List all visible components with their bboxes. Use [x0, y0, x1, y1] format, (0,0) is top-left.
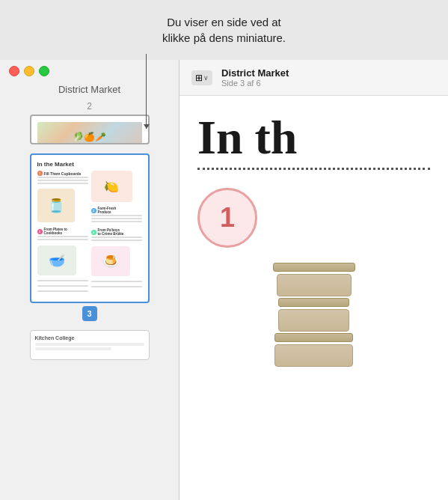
thumb-dessert-illus: 🍮 [91, 246, 130, 276]
section-number-circle: 1 [197, 188, 257, 248]
page-3-thumbnail[interactable]: In the Market 1 Fill Them Cupboards [22, 153, 157, 321]
thumb-section-4: 4 From Pa'boysto Crème Brûlée [91, 228, 142, 241]
page-content: In th 1 [179, 96, 448, 500]
document-title: District Market [221, 67, 289, 79]
page-2-card[interactable]: 🥬🍊🥕 [30, 115, 150, 144]
jar-body-2 [278, 309, 349, 332]
jar-illustration-area [197, 263, 430, 367]
fullscreen-button[interactable] [39, 66, 49, 76]
sidebar: District Market 2 🥬🍊🥕 In the Market [0, 60, 179, 500]
thumb-right-col: 🍋 2 Farm-FreshProduce [91, 171, 142, 292]
page-2-number: 2 [87, 101, 92, 112]
page-3-badge: 3 [82, 306, 97, 321]
tooltip-pointer-line [146, 54, 147, 129]
page-main-title: In th [197, 114, 430, 162]
traffic-lights [9, 66, 49, 76]
thumb-num-3: 3 [37, 229, 43, 234]
document-info: District Market Side 3 af 6 [221, 67, 289, 88]
tooltip-text: Du viser en side ved at klikke på dens m… [162, 14, 286, 46]
jar-lid-3 [274, 333, 353, 342]
jar-stack [273, 263, 355, 367]
view-switcher-button[interactable]: ⊞ ∨ [191, 70, 212, 85]
jar-lid-2 [278, 298, 349, 307]
jar-lid-1 [273, 263, 355, 272]
tooltip-callout: Du viser en side ved at klikke på dens m… [0, 0, 448, 60]
page-4-card[interactable]: Kitchen College [30, 330, 150, 360]
thumb-num-2: 2 [91, 208, 96, 213]
thumb-page-3-title: In the Market [37, 161, 142, 168]
sidebar-document-title: District Market [58, 84, 120, 95]
view-grid-icon: ⊞ [195, 73, 203, 83]
page-3-card[interactable]: In the Market 1 Fill Them Cupboards [30, 153, 150, 303]
thumb-section-2: 2 Farm-FreshProduce [91, 207, 142, 222]
close-button[interactable] [9, 66, 19, 76]
thumb-num-1: 1 [37, 171, 43, 176]
page-2-thumbnail[interactable]: 2 🥬🍊🥕 [22, 101, 157, 144]
app-window: District Market 2 🥬🍊🥕 In the Market [0, 60, 448, 500]
jar-body-3 [274, 344, 353, 367]
dotted-divider [197, 168, 430, 170]
thumb-bowl-illus: 🥣 [37, 246, 76, 275]
thumb-jar-illus: 🫙 [37, 189, 75, 222]
header-bar: ⊞ ∨ District Market Side 3 af 6 [179, 60, 448, 96]
thumb-page-3-content: 1 Fill Them Cupboards 🫙 3 [37, 171, 142, 292]
thumb-left-col: 1 Fill Them Cupboards 🫙 3 [37, 171, 88, 292]
thumb-section-1: 1 Fill Them Cupboards [37, 171, 88, 184]
thumb-section-3: 3 From Plates toCookbooks [37, 228, 88, 240]
thumb-citrus-illus: 🍋 [91, 171, 132, 202]
page-4-title: Kitchen College [35, 335, 144, 341]
minimize-button[interactable] [24, 66, 34, 76]
page-info: Side 3 af 6 [221, 79, 289, 88]
chevron-down-icon: ∨ [203, 74, 209, 82]
jar-body-1 [277, 274, 352, 296]
page-4-thumbnail[interactable]: Kitchen College [22, 330, 157, 360]
main-content-area: ⊞ ∨ District Market Side 3 af 6 In th 1 [179, 60, 448, 500]
thumb-num-4: 4 [91, 230, 96, 235]
